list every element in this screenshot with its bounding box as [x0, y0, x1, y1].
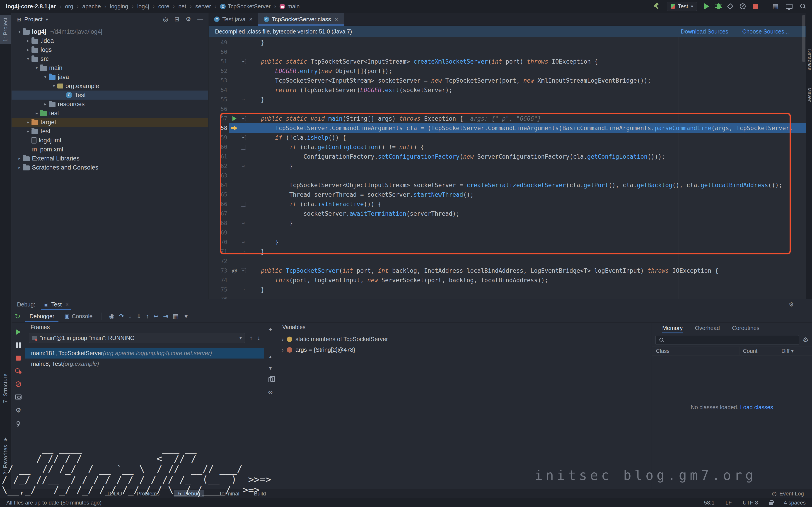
code-line-69[interactable]: 69	[209, 228, 806, 237]
download-sources-link[interactable]: Download Sources	[680, 28, 728, 35]
toolwindow-button-terminal[interactable]: Terminal	[219, 491, 240, 497]
close-icon[interactable]: ×	[335, 16, 338, 23]
code-line-51[interactable]: 51− public static TcpSocketServer<InputS…	[209, 57, 806, 66]
tree-expand-icon[interactable]: ▸	[25, 47, 32, 52]
stack-frame[interactable]: main:181, TcpSocketServer (org.apache.lo…	[25, 348, 264, 358]
drop-frame-icon[interactable]: ↩	[151, 313, 161, 320]
add-watch-icon[interactable]: +	[268, 326, 272, 333]
thread-dump-icon[interactable]	[15, 395, 21, 399]
settings-gear-icon[interactable]: ⚙	[186, 16, 191, 23]
memory-search-box[interactable]	[655, 335, 799, 345]
tree-expand-icon[interactable]: ▸	[16, 165, 23, 170]
tree-item-external-libraries[interactable]: ▸External Libraries	[11, 154, 208, 163]
fold-collapse-icon[interactable]: −	[241, 145, 246, 150]
fold-slot[interactable]: ⌐	[240, 247, 247, 257]
fold-slot[interactable]: −	[240, 143, 247, 152]
code-line-64[interactable]: 64 TcpSocketServer<ObjectInputStream> so…	[209, 180, 806, 190]
watch-return-values-icon[interactable]: ∞	[268, 389, 273, 396]
previous-frame-icon[interactable]: ↑	[250, 335, 253, 342]
tree-item-scratches-and-consoles[interactable]: ▸Scratches and Consoles	[11, 163, 208, 172]
breadcrumb-item-logging[interactable]: logging	[110, 3, 128, 10]
fold-collapse-icon[interactable]: −	[241, 116, 246, 121]
line-separator[interactable]: LF	[725, 500, 732, 506]
editor-tab-tcpsocketserver-class[interactable]: CTcpSocketServer.class×	[258, 13, 344, 25]
fold-slot[interactable]: −	[240, 57, 247, 66]
fold-slot[interactable]: −	[240, 200, 247, 209]
code-line-71[interactable]: 71⌐ }	[209, 247, 806, 257]
tree-item-test[interactable]: CTest	[11, 91, 208, 100]
profiler-button[interactable]	[740, 3, 746, 9]
show-execution-point-icon[interactable]: ◉	[107, 313, 117, 320]
tree-item-resources[interactable]: ▸resources	[11, 100, 208, 109]
debug-button[interactable]	[717, 3, 721, 9]
toolwindow-button-5-debug[interactable]: 5: Debug	[174, 490, 204, 497]
view-breakpoints-icon[interactable]	[15, 368, 21, 374]
close-icon[interactable]: ×	[249, 16, 253, 23]
tree-item-log4j-iml[interactable]: log4j.iml	[11, 136, 208, 145]
fold-end-icon[interactable]: ⌐	[242, 247, 245, 257]
memory-tab-overhead[interactable]: Overhead	[695, 323, 720, 333]
build-hammer-icon[interactable]	[653, 3, 660, 10]
code-line-56[interactable]: 56	[209, 104, 806, 114]
run-button[interactable]	[704, 3, 709, 9]
coverage-button[interactable]	[727, 3, 733, 9]
code-line-59[interactable]: 59− if (!cla.isHelp()) {	[209, 133, 806, 143]
stripe-button-structure[interactable]: 7: Structure	[0, 371, 11, 406]
mute-breakpoints-icon[interactable]	[16, 381, 21, 387]
tab-console[interactable]: ▣ Console	[60, 310, 97, 322]
pin-tab-icon[interactable]	[16, 421, 20, 425]
fold-end-icon[interactable]: ⌐	[242, 285, 245, 294]
editor-scrollbar[interactable]	[802, 15, 805, 62]
code-line-50[interactable]: 50	[209, 47, 806, 57]
load-classes-link[interactable]: Load classes	[740, 404, 773, 410]
code-line-68[interactable]: 68⌐ }	[209, 218, 806, 228]
tree-item-pom-xml[interactable]: mpom.xml	[11, 145, 208, 154]
force-step-into-icon[interactable]: ⇓	[134, 313, 144, 320]
toolwindow-button-build[interactable]: Build	[254, 491, 266, 497]
code-line-60[interactable]: 60− if (cla.getConfigLocation() != null)…	[209, 143, 806, 152]
code-line-76[interactable]: 76	[209, 294, 806, 299]
variable-row[interactable]: ›args = {String[2]@478}	[277, 344, 652, 355]
column-class[interactable]: Class	[652, 348, 740, 354]
event-log-button[interactable]: Event Log	[779, 491, 804, 497]
code-line-67[interactable]: 67 socketServer.awaitTermination(serverT…	[209, 209, 806, 218]
caret-position[interactable]: 58:1	[704, 500, 715, 506]
tree-expand-icon[interactable]: ▸	[42, 102, 49, 107]
search-everywhere-icon[interactable]	[800, 3, 806, 9]
stop-icon[interactable]	[16, 355, 21, 360]
tree-expand-icon[interactable]: ▾	[33, 65, 40, 70]
stripe-button-database[interactable]: Database	[807, 49, 812, 70]
stop-button[interactable]	[753, 4, 758, 9]
tree-item-org-example[interactable]: ▾org.example	[11, 81, 208, 91]
tree-item-java[interactable]: ▾java	[11, 72, 208, 81]
tree-expand-icon[interactable]: ▾	[42, 74, 49, 79]
step-into-icon[interactable]: ↓	[126, 313, 134, 320]
tree-item-idea[interactable]: ▸.idea	[11, 36, 208, 45]
code-line-62[interactable]: 62⌐ }	[209, 161, 806, 171]
variable-row[interactable]: ›static members of TcpSocketServer	[277, 334, 652, 344]
fold-slot[interactable]: ⌐	[240, 285, 247, 294]
hide-panel-icon[interactable]: —	[801, 301, 807, 308]
code-line-55[interactable]: 55⌐ }	[209, 95, 806, 104]
stripe-button-maven[interactable]: Maven	[807, 88, 812, 103]
run-to-cursor-icon[interactable]: ⇥	[161, 313, 170, 320]
tree-item-logs[interactable]: ▸logs	[11, 45, 208, 54]
tree-item-test[interactable]: ▸test	[11, 127, 208, 136]
tree-expand-icon[interactable]: ▾	[51, 83, 57, 89]
tree-item-target[interactable]: ▸target	[11, 118, 208, 127]
tree-expand-icon[interactable]: ▸	[25, 120, 32, 125]
code-line-63[interactable]: 63	[209, 171, 806, 180]
stripe-button-favorites[interactable]: ★ 2: Favorites	[0, 434, 11, 477]
close-icon[interactable]: ×	[65, 301, 69, 308]
breadcrumb-item-apache[interactable]: apache	[82, 3, 101, 10]
fold-end-icon[interactable]: ⌐	[242, 161, 245, 171]
code-line-53[interactable]: 53 TcpSocketServer<InputStream> socketSe…	[209, 76, 806, 85]
stack-frame[interactable]: main:8, Test (org.example)	[25, 358, 264, 369]
code-line-54[interactable]: 54 return (TcpSocketServer)LOGGER.exit(s…	[209, 85, 806, 95]
editor-tab-test-java[interactable]: CTest.java×	[209, 13, 258, 25]
column-count[interactable]: Count	[740, 347, 778, 355]
locate-file-icon[interactable]: ◎	[163, 16, 168, 23]
fold-slot[interactable]: −	[240, 114, 247, 123]
toolwindow-button-todo[interactable]: TODO	[106, 491, 122, 497]
memory-tab-coroutines[interactable]: Coroutines	[732, 323, 759, 333]
